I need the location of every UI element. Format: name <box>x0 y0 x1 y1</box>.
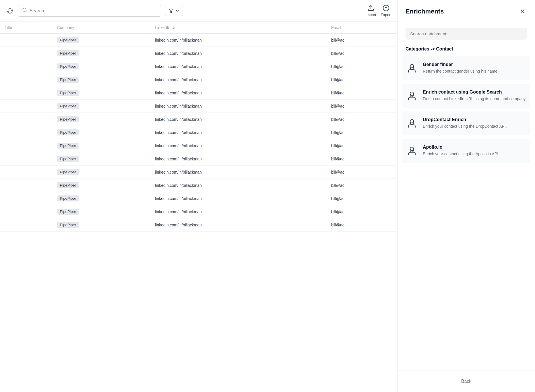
cell-linkedin: linkedin.com/in/billackman <box>150 179 327 192</box>
table-row[interactable]: PipePiper linkedin.com/in/billackman bil… <box>0 126 397 139</box>
data-table: Title Company LinkedIn Url Email PipePip… <box>0 22 397 392</box>
cell-company: PipePiper <box>53 152 151 166</box>
cell-email: bill@ac <box>327 60 397 73</box>
cell-email: bill@ac <box>327 34 397 47</box>
cell-company: PipePiper <box>53 113 151 126</box>
import-button[interactable]: Import <box>366 5 376 17</box>
filter-button[interactable] <box>165 6 183 16</box>
cell-linkedin: linkedin.com/in/billackman <box>150 47 327 60</box>
table-row[interactable]: PipePiper linkedin.com/in/billackman bil… <box>0 179 397 192</box>
cell-title <box>0 34 53 47</box>
cell-linkedin: linkedin.com/in/billackman <box>150 60 327 73</box>
cell-linkedin: linkedin.com/in/billackman <box>150 73 327 86</box>
table-row[interactable]: PipePiper linkedin.com/in/billackman bil… <box>0 47 397 60</box>
table-row[interactable]: PipePiper linkedin.com/in/billackman bil… <box>0 166 397 179</box>
enrichment-item-name: Gender finder <box>423 62 527 67</box>
table-header-row: Title Company LinkedIn Url Email <box>0 22 397 34</box>
enrichment-item-content: Apollo.io Enrich your contact using the … <box>423 145 527 157</box>
enrichment-item-icon <box>406 117 418 130</box>
enrichment-item-description: Enrich your contact using the Apollo.io … <box>423 151 527 157</box>
table-row[interactable]: PipePiper linkedin.com/in/billackman bil… <box>0 86 397 100</box>
cell-email: bill@ac <box>327 179 397 192</box>
cell-email: bill@ac <box>327 86 397 100</box>
enrichment-item[interactable]: Gender finder Return the contact gender … <box>402 56 530 80</box>
refresh-button[interactable] <box>6 7 14 15</box>
cell-company: PipePiper <box>53 192 151 205</box>
enrichment-item-description: Find a contact LinkedIn URL using its na… <box>423 96 527 102</box>
close-button[interactable]: ✕ <box>518 7 527 16</box>
search-input[interactable] <box>30 8 157 13</box>
cell-title <box>0 152 53 166</box>
cell-title <box>0 192 53 205</box>
enrichment-item-description: Return the contact gender using his name… <box>423 68 527 74</box>
enrichments-footer: Back <box>398 370 535 392</box>
toolbar-actions: Import Export <box>366 5 391 17</box>
cell-company: PipePiper <box>53 60 151 73</box>
table-row[interactable]: PipePiper linkedin.com/in/billackman bil… <box>0 60 397 73</box>
enrichment-item-content: Gender finder Return the contact gender … <box>423 62 527 74</box>
enrichment-item-name: Apollo.io <box>423 145 527 150</box>
table-row[interactable]: PipePiper linkedin.com/in/billackman bil… <box>0 218 397 232</box>
col-email: Email <box>327 22 397 34</box>
enrichment-item[interactable]: Enrich contact using Google Search Find … <box>402 84 530 108</box>
cell-linkedin: linkedin.com/in/billackman <box>150 152 327 166</box>
enrichment-item-description: Enrich your contact using the DropContac… <box>423 123 527 129</box>
table-row[interactable]: PipePiper linkedin.com/in/billackman bil… <box>0 192 397 205</box>
cell-email: bill@ac <box>327 47 397 60</box>
enrichments-search-input[interactable] <box>406 28 527 40</box>
table-row[interactable]: PipePiper linkedin.com/in/billackman bil… <box>0 139 397 152</box>
cell-email: bill@ac <box>327 192 397 205</box>
export-label: Export <box>381 13 391 17</box>
svg-marker-2 <box>169 9 173 13</box>
cell-title <box>0 60 53 73</box>
enrichment-item-content: Enrich contact using Google Search Find … <box>423 90 527 102</box>
cell-company: PipePiper <box>53 100 151 113</box>
table-panel: Import Export Title Company LinkedIn Url… <box>0 0 397 392</box>
cell-linkedin: linkedin.com/in/billackman <box>150 218 327 232</box>
cell-email: bill@ac <box>327 126 397 139</box>
svg-point-7 <box>410 92 414 96</box>
svg-point-6 <box>410 65 414 68</box>
table-row[interactable]: PipePiper linkedin.com/in/billackman bil… <box>0 152 397 166</box>
cell-title <box>0 73 53 86</box>
svg-point-9 <box>410 147 414 151</box>
cell-title <box>0 218 53 232</box>
enrichment-item[interactable]: DropContact Enrich Enrich your contact u… <box>402 111 530 135</box>
cell-company: PipePiper <box>53 166 151 179</box>
enrichment-item[interactable]: Apollo.io Enrich your contact using the … <box>402 139 530 163</box>
cell-company: PipePiper <box>53 179 151 192</box>
back-button[interactable]: Back <box>454 377 478 386</box>
table-row[interactable]: PipePiper linkedin.com/in/billackman bil… <box>0 113 397 126</box>
cell-linkedin: linkedin.com/in/billackman <box>150 34 327 47</box>
svg-point-8 <box>410 120 414 123</box>
category-label: Categories -> Contact <box>398 45 535 56</box>
import-label: Import <box>366 13 376 17</box>
export-button[interactable]: Export <box>381 5 391 17</box>
cell-linkedin: linkedin.com/in/billackman <box>150 166 327 179</box>
search-box <box>18 5 161 17</box>
enrichment-item-icon <box>406 90 418 102</box>
enrichment-item-name: DropContact Enrich <box>423 117 527 122</box>
cell-linkedin: linkedin.com/in/billackman <box>150 205 327 218</box>
cell-email: bill@ac <box>327 100 397 113</box>
cell-company: PipePiper <box>53 205 151 218</box>
col-title: Title <box>0 22 53 34</box>
search-icon <box>22 7 27 14</box>
cell-company: PipePiper <box>53 126 151 139</box>
table-row[interactable]: PipePiper linkedin.com/in/billackman bil… <box>0 100 397 113</box>
cell-company: PipePiper <box>53 86 151 100</box>
table-row[interactable]: PipePiper linkedin.com/in/billackman bil… <box>0 34 397 47</box>
cell-email: bill@ac <box>327 73 397 86</box>
table-row[interactable]: PipePiper linkedin.com/in/billackman bil… <box>0 73 397 86</box>
table-row[interactable]: PipePiper linkedin.com/in/billackman bil… <box>0 205 397 218</box>
cell-title <box>0 179 53 192</box>
cell-email: bill@ac <box>327 205 397 218</box>
enrichments-title: Enrichments <box>406 8 444 15</box>
toolbar: Import Export <box>0 0 397 22</box>
cell-company: PipePiper <box>53 47 151 60</box>
enrichment-item-icon <box>406 62 418 75</box>
cell-email: bill@ac <box>327 152 397 166</box>
cell-email: bill@ac <box>327 218 397 232</box>
cell-linkedin: linkedin.com/in/billackman <box>150 113 327 126</box>
enrichment-items-list: Gender finder Return the contact gender … <box>398 56 535 370</box>
